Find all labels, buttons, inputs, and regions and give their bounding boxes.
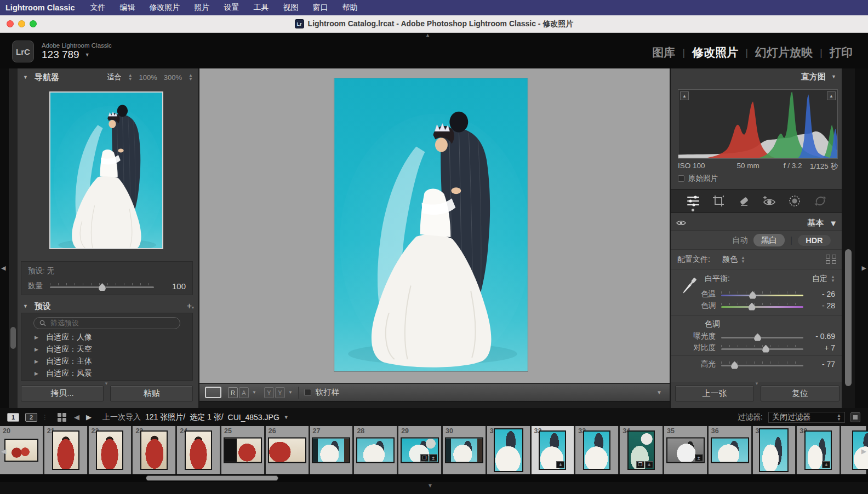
filmstrip-scroll-right-icon[interactable]: ▶	[861, 447, 866, 455]
filmstrip-scroll-left-icon[interactable]: ◀	[1, 447, 6, 455]
menu-item[interactable]: 视图	[283, 3, 299, 12]
highlight-clipping-icon[interactable]: ▲	[827, 91, 836, 100]
tint-value[interactable]: - 28	[822, 301, 835, 310]
menu-item[interactable]: 照片	[195, 3, 210, 12]
navigator-collapse-icon[interactable]: ▼	[23, 74, 28, 80]
histogram-collapse-icon[interactable]: ▼	[831, 74, 836, 79]
identity-dropdown-icon[interactable]: ▼	[85, 52, 90, 58]
preset-expand-icon[interactable]: ▶	[35, 335, 38, 340]
module-tab[interactable]: 图库	[652, 45, 675, 60]
filmstrip-thumbnail[interactable]: 37	[753, 426, 797, 474]
filmstrip-source-indicator[interactable]: 上一次导入 121 张照片/ 选定 1 张/ CUI_4853.JPG ▼	[102, 412, 289, 422]
thumbnail-photo[interactable]	[711, 438, 749, 463]
before-after-y1-button[interactable]: Y	[264, 387, 274, 398]
filmstrip-thumbnail[interactable]: 22	[89, 426, 133, 474]
filmstrip-thumbnail[interactable]: 35 ±	[664, 426, 709, 474]
preset-expand-icon[interactable]: ▶	[35, 371, 38, 376]
right-scroll-thumb[interactable]	[845, 249, 852, 386]
bw-button[interactable]: 黑白	[753, 234, 785, 246]
filmstrip-thumbnail[interactable]: 29 ❐±	[398, 426, 443, 474]
thumbnail-photo[interactable]	[356, 438, 395, 463]
thumbnail-photo[interactable]	[312, 438, 350, 463]
module-tab[interactable]: 打印	[830, 45, 853, 60]
preset-expand-icon[interactable]: ▶	[35, 359, 38, 364]
profile-value[interactable]: 颜色 ▲▼	[722, 255, 745, 265]
menu-item[interactable]: 工具	[254, 3, 269, 12]
masking-tool-icon[interactable]	[786, 193, 803, 209]
menu-item[interactable]: 帮助	[342, 3, 358, 12]
top-panel-collapse-arrow[interactable]: ▲	[425, 32, 430, 38]
filmstrip-thumbnail[interactable]: 21	[44, 426, 89, 474]
navigator-fit[interactable]: 适合	[107, 72, 122, 82]
exposure-slider-thumb[interactable]	[754, 334, 761, 341]
wb-value[interactable]: 自定 ▲▼	[812, 274, 835, 284]
before-after-y2-button[interactable]: Y	[275, 387, 285, 398]
add-preset-button[interactable]: +▾	[187, 301, 194, 311]
bottom-panel-collapse-arrow[interactable]: ▼	[427, 482, 433, 489]
basic-panel-header[interactable]: 基本 ▼	[671, 215, 843, 231]
reference-view-r-button[interactable]: R	[228, 387, 238, 398]
source-dropdown-icon[interactable]: ▼	[284, 415, 289, 420]
left-scroll-thumb[interactable]	[10, 327, 16, 349]
reset-button[interactable]: 复位	[761, 386, 840, 401]
profile-stepper-icon[interactable]: ▲▼	[741, 256, 745, 263]
crop-tool-icon[interactable]	[710, 193, 727, 209]
adjust-badge-icon[interactable]: ±	[645, 461, 653, 468]
highlights-slider[interactable]	[721, 360, 803, 368]
thumbnail-photo[interactable]: ±	[804, 430, 832, 470]
copy-badge-icon[interactable]: ❐	[420, 455, 429, 462]
white-balance-dropper-icon[interactable]	[678, 275, 699, 300]
shadow-clipping-icon[interactable]: ▲	[680, 91, 689, 100]
filmstrip-thumbnail[interactable]: 25	[221, 426, 266, 474]
filmstrip-thumbnail[interactable]: 20	[0, 426, 44, 474]
fit-stepper-icon[interactable]: ▲▼	[128, 73, 133, 81]
thumbnail-photo[interactable]: ±	[666, 438, 705, 463]
left-panel-collapse-strip[interactable]: ◀	[0, 68, 9, 408]
module-tab[interactable]: 修改照片	[692, 45, 738, 60]
thumbnail-photo[interactable]	[140, 430, 168, 470]
filmstrip-thumbnail[interactable]: 24	[177, 426, 221, 474]
temp-value[interactable]: - 26	[822, 290, 835, 298]
navigator-zoom-100[interactable]: 100%	[139, 73, 157, 82]
reference-view-a-button[interactable]: A	[239, 387, 249, 398]
minimize-window-button[interactable]	[18, 20, 25, 27]
navigator-header[interactable]: ▼ 导航器 适合 ▲▼ 100% 300% ▲▼	[18, 68, 198, 86]
contrast-value[interactable]: + 7	[824, 343, 835, 352]
zoom-stepper-icon[interactable]: ▲▼	[189, 73, 193, 81]
module-tab[interactable]: 幻灯片放映	[755, 45, 813, 60]
hdr-button[interactable]: HDR	[798, 235, 830, 246]
thumbnail-photo[interactable]	[185, 430, 212, 470]
right-panel-collapse-strip[interactable]: ▶	[855, 68, 868, 408]
filmstrip-thumbnail[interactable]: 32 ±	[532, 426, 576, 474]
menu-item[interactable]: 文件	[90, 3, 106, 12]
before-after-dropdown-icon[interactable]: ▼	[288, 390, 293, 395]
loupe-view-button[interactable]	[205, 387, 221, 398]
left-panel-scrollbar[interactable]	[9, 68, 18, 408]
main-photo[interactable]	[334, 78, 528, 371]
thumbnail-photo[interactable]	[224, 438, 262, 463]
filmstrip-scrollbar[interactable]	[0, 474, 868, 482]
contrast-slider[interactable]	[721, 344, 803, 352]
basic-collapse-icon[interactable]: ▼	[829, 219, 837, 228]
adjust-badge-icon[interactable]: ±	[822, 461, 830, 468]
filmstrip-thumbnail[interactable]: 23	[133, 426, 177, 474]
filmstrip-scroll-thumb[interactable]	[146, 475, 278, 481]
close-window-button[interactable]	[7, 20, 14, 27]
exposure-value[interactable]: - 0.69	[815, 332, 835, 341]
filmstrip-thumbnail[interactable]: 27	[310, 426, 355, 474]
menu-app-name[interactable]: Lightroom Classic	[5, 3, 75, 12]
preset-item[interactable]: ▶自适应：人像	[21, 331, 192, 343]
profile-browser-icon[interactable]	[826, 255, 836, 264]
edit-sliders-icon[interactable]	[685, 193, 701, 209]
healing-tool-icon[interactable]	[736, 193, 752, 209]
exposure-slider[interactable]	[721, 332, 803, 340]
filter-toggle-button[interactable]	[850, 412, 860, 422]
thumbnail-photo[interactable]	[583, 430, 610, 470]
menu-item[interactable]: 窗口	[313, 3, 328, 12]
copy-button[interactable]: 拷贝...	[21, 386, 104, 401]
preset-item[interactable]: ▶自适应：风景	[21, 367, 192, 380]
preset-item[interactable]: ▶自适应：天空	[21, 343, 192, 355]
wb-stepper-icon[interactable]: ▲▼	[831, 275, 835, 283]
adjust-badge-icon[interactable]: ±	[556, 461, 564, 468]
menu-item[interactable]: 设置	[224, 3, 239, 12]
